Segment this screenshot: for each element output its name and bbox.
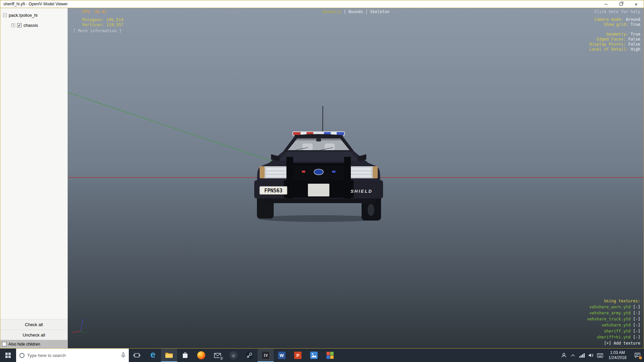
vertices-counter: Vertices: 119,557 bbox=[73, 22, 123, 27]
photos-icon bbox=[310, 352, 318, 359]
chassis-checkbox[interactable]: ✓ bbox=[17, 23, 21, 27]
texture-item: vehshare_worn.ytd [-] bbox=[587, 304, 640, 310]
start-button[interactable] bbox=[0, 349, 16, 362]
window-controls: × bbox=[598, 0, 644, 8]
task-view-button[interactable] bbox=[129, 349, 145, 362]
polygons-counter: Polygons: 105,514 bbox=[73, 17, 123, 22]
network-button[interactable] bbox=[577, 349, 586, 362]
antenna bbox=[323, 106, 323, 132]
texture-item: vehshare_army.ytd [-] bbox=[587, 310, 640, 316]
headlight-left bbox=[260, 166, 288, 178]
tree-item-chassis-label[interactable]: chassis bbox=[23, 23, 38, 28]
collapse-expander-icon[interactable]: − bbox=[3, 13, 7, 17]
network-signal-icon bbox=[579, 353, 585, 358]
side-mirror-left bbox=[271, 154, 280, 161]
tab-geometry[interactable]: Geometry bbox=[322, 9, 341, 14]
setting-show-grid[interactable]: Show grid: True bbox=[594, 22, 640, 27]
store-app-button[interactable] bbox=[177, 349, 193, 362]
titlebar[interactable]: sheriff_hi.yft - OpenIV Model Viewer × bbox=[0, 0, 644, 8]
word-icon: W bbox=[278, 352, 285, 359]
texture-name: vehshare.ytd bbox=[601, 323, 631, 327]
also-hide-children-checkbox[interactable] bbox=[2, 342, 6, 346]
push-bar-plate bbox=[308, 184, 329, 196]
model-tree-sidebar: − pack:/police_hi + ✓ chassis Check all … bbox=[0, 8, 68, 348]
setting-display-points[interactable]: Display Points: False bbox=[589, 42, 640, 47]
setting-geometry[interactable]: Geometry: True bbox=[589, 32, 640, 37]
task-view-icon bbox=[133, 352, 140, 358]
photos-app-button[interactable] bbox=[306, 349, 322, 362]
volume-icon bbox=[588, 353, 594, 358]
file-explorer-app-button[interactable] bbox=[161, 349, 177, 362]
microphone-icon[interactable] bbox=[121, 352, 125, 358]
mail-badge: 2 bbox=[219, 356, 224, 360]
tree-root-label[interactable]: pack:/police_hi bbox=[9, 13, 38, 18]
texture-item: vehshare_truck.ytd [-] bbox=[587, 316, 640, 322]
chat-app-button[interactable]: ☺ bbox=[225, 349, 241, 362]
axis-gizmo: z x y bbox=[72, 317, 88, 334]
touch-keyboard-button[interactable] bbox=[595, 349, 604, 362]
more-information-link[interactable]: [ More information ] bbox=[73, 28, 123, 34]
setting-camera-mode[interactable]: Camera mode: Around bbox=[594, 17, 640, 22]
help-link[interactable]: Click here for help bbox=[594, 9, 640, 14]
setting-level-of-detail[interactable]: Level of Detail: High bbox=[589, 47, 640, 52]
tree-row-root[interactable]: − pack:/police_hi bbox=[3, 11, 67, 19]
texture-item: sheriff.ytd [-] bbox=[587, 328, 640, 334]
restore-button[interactable] bbox=[613, 0, 629, 8]
edge-app-button[interactable]: e bbox=[145, 349, 161, 362]
minimize-button[interactable] bbox=[598, 0, 613, 8]
mail-app-button[interactable]: 2 bbox=[209, 349, 225, 362]
close-button[interactable]: × bbox=[629, 0, 644, 8]
tab-skeleton[interactable]: Skeleton bbox=[370, 9, 389, 14]
chat-app-icon: ☺ bbox=[229, 351, 237, 359]
media-app-button[interactable] bbox=[322, 349, 338, 362]
axis-z-label: z bbox=[82, 318, 84, 322]
setting-edged-faces[interactable]: Edged Faces: False bbox=[589, 37, 640, 42]
remove-texture-button[interactable]: [-] bbox=[633, 335, 640, 340]
texture-name: sheriff.ytd bbox=[604, 329, 631, 334]
action-center-button[interactable] bbox=[631, 349, 644, 362]
texture-item: vehshare.ytd [-] bbox=[587, 322, 640, 328]
stats-overlay: FPS: 38.42 Polygons: 105,514 Vertices: 1… bbox=[73, 9, 123, 34]
firefox-app-button[interactable] bbox=[193, 349, 209, 362]
powerpoint-icon: P bbox=[294, 352, 302, 359]
license-plate: FPN563 bbox=[260, 186, 287, 194]
expand-expander-icon[interactable]: + bbox=[11, 23, 15, 27]
taskbar: e 2 ☺ IV W P 1:03 A bbox=[0, 349, 644, 362]
taskbar-clock[interactable]: 1:03 AM 1/24/2018 bbox=[604, 350, 631, 360]
search-input[interactable] bbox=[27, 353, 118, 358]
police-car-model: FPN563 SHIELD bbox=[252, 101, 386, 225]
uncheck-all-button[interactable]: Uncheck all bbox=[0, 329, 67, 340]
also-hide-children-label: Also hide children bbox=[8, 342, 40, 347]
texture-name: sheriff+hi.ytd bbox=[597, 335, 631, 340]
tree-row-chassis[interactable]: + ✓ chassis bbox=[11, 21, 67, 29]
axis-y-label: y bbox=[85, 330, 87, 334]
show-hidden-icons-button[interactable] bbox=[568, 349, 577, 362]
minimize-icon bbox=[604, 4, 608, 4]
texture-name: vehshare_truck.ytd bbox=[587, 317, 631, 321]
remove-texture-button[interactable]: [-] bbox=[633, 305, 640, 309]
check-all-button[interactable]: Check all bbox=[0, 319, 67, 329]
textures-header: Using textures: bbox=[587, 298, 640, 304]
system-tray: 1:03 AM 1/24/2018 bbox=[559, 349, 644, 362]
volume-button[interactable] bbox=[586, 349, 595, 362]
powerpoint-app-button[interactable]: P bbox=[290, 349, 306, 362]
texture-name: vehshare_army.ytd bbox=[589, 311, 631, 315]
remove-texture-button[interactable]: [-] bbox=[633, 323, 640, 327]
media-app-icon bbox=[326, 352, 334, 359]
model-viewport[interactable]: FPN563 SHIELD FPS: 38.42 Polygons: 105,5… bbox=[68, 8, 644, 348]
remove-texture-button[interactable]: [-] bbox=[633, 329, 640, 334]
ford-emblem bbox=[314, 169, 323, 175]
add-texture-button[interactable]: [+] Add texture bbox=[587, 340, 640, 346]
steam-app-button[interactable] bbox=[241, 349, 258, 362]
remove-texture-button[interactable]: [-] bbox=[633, 311, 640, 315]
tab-bounds[interactable]: Bounds bbox=[348, 9, 363, 14]
close-icon: × bbox=[635, 2, 638, 7]
people-button[interactable] bbox=[559, 349, 568, 362]
display-mode-tabs: Geometry | Bounds | Skeleton bbox=[322, 9, 389, 14]
openiv-app-button[interactable]: IV bbox=[258, 349, 274, 362]
openiv-window: sheriff_hi.yft - OpenIV Model Viewer × −… bbox=[0, 0, 644, 349]
word-app-button[interactable]: W bbox=[274, 349, 290, 362]
remove-texture-button[interactable]: [-] bbox=[633, 317, 640, 321]
sidebar-bottom-controls: Check all Uncheck all Also hide children bbox=[0, 319, 67, 348]
taskbar-search[interactable] bbox=[16, 349, 129, 362]
